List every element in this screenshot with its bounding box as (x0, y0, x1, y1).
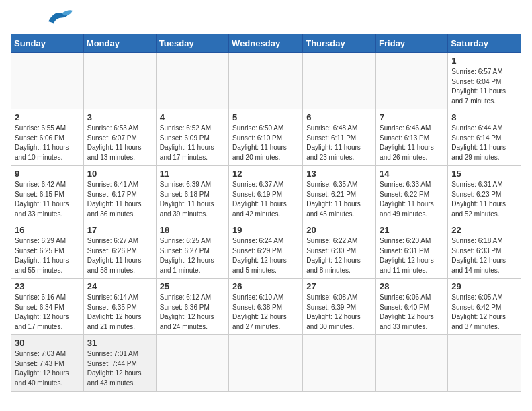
calendar-day-cell (229, 335, 303, 392)
day-number: 4 (160, 112, 225, 122)
day-info: Sunrise: 6:22 AM Sunset: 6:30 PM Dayligh… (306, 236, 372, 275)
weekday-header-tuesday: Tuesday (156, 34, 228, 53)
calendar-week-row: 30Sunrise: 7:03 AM Sunset: 7:43 PM Dayli… (11, 335, 521, 392)
day-number: 25 (160, 281, 225, 291)
calendar-table: SundayMondayTuesdayWednesdayThursdayFrid… (11, 34, 521, 392)
day-info: Sunrise: 6:52 AM Sunset: 6:09 PM Dayligh… (160, 124, 225, 163)
calendar-day-cell (303, 335, 376, 392)
day-number: 27 (306, 281, 372, 291)
day-number: 20 (306, 225, 372, 235)
day-number: 1 (451, 56, 517, 66)
day-info: Sunrise: 6:31 AM Sunset: 6:23 PM Dayligh… (451, 180, 517, 219)
day-number: 15 (451, 169, 517, 179)
calendar-day-cell (156, 53, 228, 109)
calendar-week-row: 9Sunrise: 6:42 AM Sunset: 6:15 PM Daylig… (11, 166, 521, 222)
logo (11, 11, 73, 27)
day-info: Sunrise: 7:01 AM Sunset: 7:44 PM Dayligh… (87, 349, 152, 388)
calendar-day-cell: 16Sunrise: 6:29 AM Sunset: 6:25 PM Dayli… (11, 222, 84, 279)
day-info: Sunrise: 6:55 AM Sunset: 6:06 PM Dayligh… (15, 124, 80, 163)
calendar-day-cell: 15Sunrise: 6:31 AM Sunset: 6:23 PM Dayli… (448, 166, 521, 222)
day-number: 23 (15, 281, 80, 291)
calendar-day-cell: 18Sunrise: 6:25 AM Sunset: 6:27 PM Dayli… (156, 222, 228, 279)
day-info: Sunrise: 6:27 AM Sunset: 6:26 PM Dayligh… (87, 236, 152, 275)
calendar-day-cell: 29Sunrise: 6:05 AM Sunset: 6:42 PM Dayli… (448, 279, 521, 335)
calendar-week-row: 2Sunrise: 6:55 AM Sunset: 6:06 PM Daylig… (11, 109, 521, 166)
calendar-header-row: SundayMondayTuesdayWednesdayThursdayFrid… (11, 34, 521, 53)
weekday-header-thursday: Thursday (303, 34, 376, 53)
calendar-day-cell: 14Sunrise: 6:33 AM Sunset: 6:22 PM Dayli… (376, 166, 448, 222)
day-info: Sunrise: 6:33 AM Sunset: 6:22 PM Dayligh… (380, 180, 444, 219)
logo-bird-icon (46, 8, 73, 27)
day-number: 28 (380, 281, 444, 291)
day-number: 18 (160, 225, 225, 235)
calendar-day-cell: 24Sunrise: 6:14 AM Sunset: 6:35 PM Dayli… (83, 279, 156, 335)
day-number: 13 (306, 169, 372, 179)
day-info: Sunrise: 6:42 AM Sunset: 6:15 PM Dayligh… (15, 180, 80, 219)
day-info: Sunrise: 6:29 AM Sunset: 6:25 PM Dayligh… (15, 236, 80, 275)
calendar-day-cell: 20Sunrise: 6:22 AM Sunset: 6:30 PM Dayli… (303, 222, 376, 279)
calendar-day-cell: 25Sunrise: 6:12 AM Sunset: 6:36 PM Dayli… (156, 279, 228, 335)
day-number: 6 (306, 112, 372, 122)
calendar-week-row: 1Sunrise: 6:57 AM Sunset: 6:04 PM Daylig… (11, 53, 521, 109)
calendar-day-cell: 30Sunrise: 7:03 AM Sunset: 7:43 PM Dayli… (11, 335, 84, 392)
calendar-day-cell: 28Sunrise: 6:06 AM Sunset: 6:40 PM Dayli… (376, 279, 448, 335)
day-info: Sunrise: 6:44 AM Sunset: 6:14 PM Dayligh… (451, 124, 517, 163)
day-number: 29 (451, 281, 517, 291)
day-number: 2 (15, 112, 80, 122)
calendar-week-row: 23Sunrise: 6:16 AM Sunset: 6:34 PM Dayli… (11, 279, 521, 335)
weekday-header-monday: Monday (83, 34, 156, 53)
day-number: 24 (87, 281, 152, 291)
calendar-day-cell (376, 335, 448, 392)
day-number: 10 (87, 169, 152, 179)
day-number: 19 (232, 225, 299, 235)
calendar-day-cell: 2Sunrise: 6:55 AM Sunset: 6:06 PM Daylig… (11, 109, 84, 166)
day-number: 26 (232, 281, 299, 291)
day-info: Sunrise: 6:37 AM Sunset: 6:19 PM Dayligh… (232, 180, 299, 219)
day-number: 12 (232, 169, 299, 179)
calendar-day-cell: 4Sunrise: 6:52 AM Sunset: 6:09 PM Daylig… (156, 109, 228, 166)
day-info: Sunrise: 6:05 AM Sunset: 6:42 PM Dayligh… (451, 293, 517, 332)
calendar-day-cell: 10Sunrise: 6:41 AM Sunset: 6:17 PM Dayli… (83, 166, 156, 222)
day-info: Sunrise: 6:41 AM Sunset: 6:17 PM Dayligh… (87, 180, 152, 219)
day-info: Sunrise: 6:12 AM Sunset: 6:36 PM Dayligh… (160, 293, 225, 332)
day-number: 5 (232, 112, 299, 122)
day-number: 3 (87, 112, 152, 122)
day-info: Sunrise: 6:18 AM Sunset: 6:33 PM Dayligh… (451, 236, 517, 275)
calendar-day-cell (156, 335, 228, 392)
day-info: Sunrise: 6:46 AM Sunset: 6:13 PM Dayligh… (380, 124, 444, 163)
calendar-day-cell: 7Sunrise: 6:46 AM Sunset: 6:13 PM Daylig… (376, 109, 448, 166)
calendar-day-cell: 9Sunrise: 6:42 AM Sunset: 6:15 PM Daylig… (11, 166, 84, 222)
calendar-day-cell: 21Sunrise: 6:20 AM Sunset: 6:31 PM Dayli… (376, 222, 448, 279)
calendar-day-cell: 31Sunrise: 7:01 AM Sunset: 7:44 PM Dayli… (83, 335, 156, 392)
calendar-day-cell (303, 53, 376, 109)
weekday-header-saturday: Saturday (448, 34, 521, 53)
calendar-day-cell: 3Sunrise: 6:53 AM Sunset: 6:07 PM Daylig… (83, 109, 156, 166)
day-info: Sunrise: 6:53 AM Sunset: 6:07 PM Dayligh… (87, 124, 152, 163)
page-header (11, 11, 521, 27)
calendar-day-cell (11, 53, 84, 109)
calendar-day-cell: 1Sunrise: 6:57 AM Sunset: 6:04 PM Daylig… (448, 53, 521, 109)
calendar-day-cell: 23Sunrise: 6:16 AM Sunset: 6:34 PM Dayli… (11, 279, 84, 335)
day-info: Sunrise: 7:03 AM Sunset: 7:43 PM Dayligh… (15, 349, 80, 388)
day-number: 8 (451, 112, 517, 122)
calendar-week-row: 16Sunrise: 6:29 AM Sunset: 6:25 PM Dayli… (11, 222, 521, 279)
day-info: Sunrise: 6:25 AM Sunset: 6:27 PM Dayligh… (160, 236, 225, 275)
day-info: Sunrise: 6:57 AM Sunset: 6:04 PM Dayligh… (451, 67, 517, 106)
calendar-day-cell (376, 53, 448, 109)
day-info: Sunrise: 6:48 AM Sunset: 6:11 PM Dayligh… (306, 124, 372, 163)
day-info: Sunrise: 6:08 AM Sunset: 6:39 PM Dayligh… (306, 293, 372, 332)
day-number: 22 (451, 225, 517, 235)
day-number: 11 (160, 169, 225, 179)
calendar-day-cell: 11Sunrise: 6:39 AM Sunset: 6:18 PM Dayli… (156, 166, 228, 222)
calendar-day-cell: 12Sunrise: 6:37 AM Sunset: 6:19 PM Dayli… (229, 166, 303, 222)
calendar-day-cell: 5Sunrise: 6:50 AM Sunset: 6:10 PM Daylig… (229, 109, 303, 166)
day-number: 7 (380, 112, 444, 122)
day-number: 9 (15, 169, 80, 179)
day-number: 17 (87, 225, 152, 235)
day-info: Sunrise: 6:06 AM Sunset: 6:40 PM Dayligh… (380, 293, 444, 332)
weekday-header-sunday: Sunday (11, 34, 84, 53)
calendar-day-cell (83, 53, 156, 109)
calendar-day-cell (229, 53, 303, 109)
weekday-header-wednesday: Wednesday (229, 34, 303, 53)
day-info: Sunrise: 6:35 AM Sunset: 6:21 PM Dayligh… (306, 180, 372, 219)
